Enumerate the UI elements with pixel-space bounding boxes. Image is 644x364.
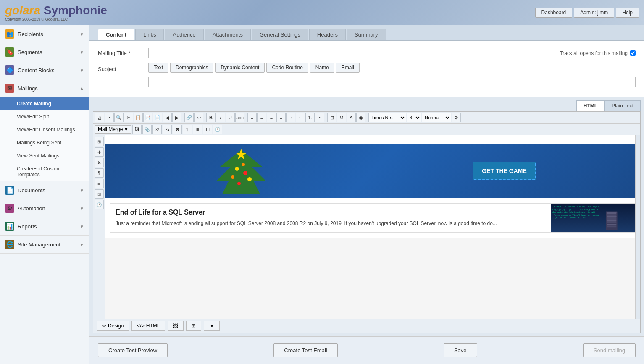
admin-button[interactable]: Admin: jimm <box>574 8 614 18</box>
font-style-select[interactable]: Normal <box>422 113 451 122</box>
sidebar-item-view-edit-unsent[interactable]: View/Edit Unsent Mailings <box>0 123 89 136</box>
print-button[interactable]: 🖨 <box>95 113 104 122</box>
subject-btn-demographics[interactable]: Demographics <box>170 63 213 73</box>
more-options-button[interactable]: ⚙ <box>452 113 461 122</box>
side-tool-4[interactable]: ¶ <box>95 168 104 178</box>
sidebar-item-reports[interactable]: 📊 Reports ▼ <box>0 217 89 236</box>
sidebar-item-create-mailing[interactable]: Create Mailing <box>0 97 89 110</box>
indent-button[interactable]: → <box>286 113 295 122</box>
subject-btn-code-routine[interactable]: Code Routine <box>266 63 308 73</box>
preview-scroll[interactable]: GET THE GAME End of Life for a SQL Serve… <box>105 135 640 319</box>
side-tool-3[interactable]: ✖ <box>95 158 104 167</box>
cut-button[interactable]: ✂ <box>124 113 133 122</box>
spell-check-button[interactable]: ⋮ <box>105 113 114 122</box>
special-char-button[interactable]: Ω <box>337 113 346 122</box>
side-tool-5[interactable]: ≡ <box>95 179 104 188</box>
bold-button[interactable]: B <box>206 113 216 122</box>
tab-attachments[interactable]: Attachments <box>205 29 251 40</box>
outdent-button[interactable]: ← <box>296 113 305 122</box>
save-button[interactable]: Save <box>444 343 477 357</box>
subject-btn-email[interactable]: Email <box>336 63 360 73</box>
design-mode-button[interactable]: ✏ Design <box>97 321 129 331</box>
create-test-email-button[interactable]: Create Test Email <box>273 343 337 357</box>
insert-image-button[interactable]: 🖼 <box>132 125 142 134</box>
side-tool-2[interactable]: ✚ <box>95 147 104 157</box>
tab-general-settings[interactable]: General Settings <box>252 29 308 40</box>
sidebar-item-view-sent[interactable]: View Sent Mailings <box>0 149 89 162</box>
align-left-button[interactable]: ≡ <box>247 113 257 122</box>
send-mailing-button[interactable]: Send mailing <box>583 343 636 357</box>
side-tool-1[interactable]: ⊞ <box>95 137 104 146</box>
sidebar-item-content-blocks[interactable]: 🔷 Content Blocks ▼ <box>0 61 89 79</box>
design-label: Design <box>108 323 124 329</box>
xmas-cta-button[interactable]: GET THE GAME <box>473 162 536 180</box>
sidebar-item-segments[interactable]: 🔖 Segments ▼ <box>0 43 89 61</box>
tab-summary[interactable]: Summary <box>347 29 386 40</box>
bg-color-button[interactable]: ◉ <box>356 113 365 122</box>
font-family-select[interactable]: Times Ne... <box>368 113 406 122</box>
strikethrough-button[interactable]: abc <box>235 113 244 122</box>
sidebar-item-site-management[interactable]: 🌐 Site Management ▼ <box>0 236 89 254</box>
align-right-button[interactable]: ≡ <box>267 113 276 122</box>
table-edit-button[interactable]: ⊡ <box>203 125 212 134</box>
tab-links[interactable]: Links <box>135 29 164 40</box>
sidebar-item-view-edit-split[interactable]: View/Edit Split <box>0 110 89 123</box>
mailing-title-input[interactable] <box>148 48 232 58</box>
paste-text-button[interactable]: 📄 <box>153 113 162 122</box>
tab-audience[interactable]: Audience <box>165 29 203 40</box>
sidebar-item-create-edit-templates[interactable]: Create/Edit Custom Templates <box>0 162 89 181</box>
sidebar-item-mailings[interactable]: ✉ Mailings ▲ <box>0 79 89 97</box>
segments-icon: 🔖 <box>5 47 14 57</box>
html-mode-button[interactable]: </> HTML <box>131 321 165 331</box>
redo-button[interactable]: ▶ <box>172 113 181 122</box>
sidebar-item-recipients[interactable]: 👥 Recipients ▼ <box>0 25 89 43</box>
paragraph-button[interactable]: ¶ <box>183 125 192 134</box>
scrollbar[interactable] <box>635 135 640 319</box>
superscript-button[interactable]: x² <box>152 125 162 134</box>
align-justify-button[interactable]: ≡ <box>276 113 286 122</box>
unordered-list-button[interactable]: • <box>315 113 324 122</box>
table-button[interactable]: ⊞ <box>327 113 336 122</box>
tab-html[interactable]: HTML <box>576 100 605 111</box>
link-button[interactable]: 🔗 <box>184 113 194 122</box>
paste-button[interactable]: 📑 <box>143 113 152 122</box>
remove-format-button[interactable]: ✖ <box>173 125 182 134</box>
side-tool-6[interactable]: ⊡ <box>95 189 104 199</box>
source-button[interactable]: ⊞ <box>186 321 201 331</box>
create-test-preview-button[interactable]: Create Test Preview <box>98 343 168 357</box>
undo-button[interactable]: ◀ <box>163 113 172 122</box>
sidebar-item-automation[interactable]: ⚙ Automation ▼ <box>0 199 89 217</box>
ordered-list-button[interactable]: 1. <box>305 113 315 122</box>
sidebar-item-mailings-being-sent[interactable]: Mailings Being Sent <box>0 136 89 149</box>
editor-box: 🖨 ⋮ 🔍 ✂ 📋 📑 📄 ◀ ▶ 🔗 ↩ B I U abc <box>93 111 641 333</box>
tab-headers[interactable]: Headers <box>309 29 346 40</box>
side-tool-7[interactable]: 🕐 <box>95 200 104 209</box>
find-button[interactable]: 🔍 <box>114 113 124 122</box>
subscript-button[interactable]: x₂ <box>163 125 172 134</box>
subject-btn-name[interactable]: Name <box>310 63 334 73</box>
chevron-down-icon: ▼ <box>80 50 84 55</box>
dashboard-button[interactable]: Dashboard <box>535 8 573 18</box>
tab-content[interactable]: Content <box>98 29 134 40</box>
tab-plain-text[interactable]: Plain Text <box>605 100 641 111</box>
unlink-button[interactable]: ↩ <box>194 113 203 122</box>
preview-button[interactable]: 🖼 <box>168 321 184 331</box>
help-button[interactable]: Help <box>616 8 639 18</box>
font-size-select[interactable]: 3 <box>407 113 421 122</box>
extra-button[interactable]: ▼ <box>204 321 220 331</box>
copy-button[interactable]: 📋 <box>134 113 143 122</box>
clock-button[interactable]: 🕐 <box>213 125 222 134</box>
subject-btn-dynamic-content[interactable]: Dynamic Content <box>215 63 265 73</box>
sidebar-item-documents[interactable]: 📄 Documents ▼ <box>0 181 89 199</box>
italic-button[interactable]: I <box>216 113 225 122</box>
underline-button[interactable]: U <box>226 113 235 122</box>
insert-media-button[interactable]: 📎 <box>142 125 152 134</box>
subject-input[interactable] <box>148 77 636 87</box>
track-opens-checkbox[interactable] <box>630 50 636 56</box>
block-indent-button[interactable]: ≡ <box>193 125 202 134</box>
email-preview[interactable]: GET THE GAME End of Life for a SQL Serve… <box>105 135 640 319</box>
font-color-button[interactable]: A <box>347 113 356 122</box>
mail-merge-dropdown[interactable]: Mail Merge ▼ <box>95 125 131 134</box>
subject-btn-text[interactable]: Text <box>148 63 168 73</box>
align-center-button[interactable]: ≡ <box>257 113 266 122</box>
